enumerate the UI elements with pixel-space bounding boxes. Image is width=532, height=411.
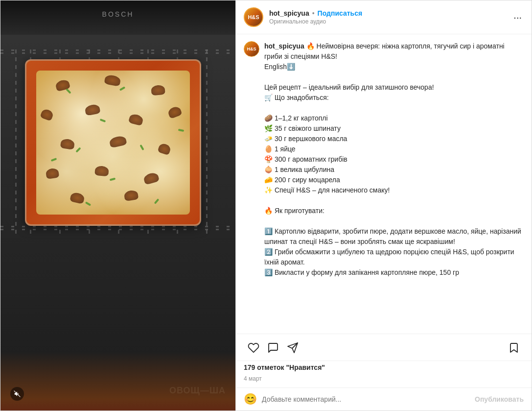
caption-row: H&S hot_spicyua🔥 Неймовірна вечеря: ніжн…: [244, 41, 524, 278]
share-icon: [287, 342, 299, 354]
caption-area: H&S hot_spicyua🔥 Неймовірна вечеря: ніжн…: [236, 34, 532, 334]
publish-button[interactable]: Опубликовать: [475, 395, 524, 403]
baking-dish: [25, 59, 201, 226]
ingredient-6: 🧅 1 велика цибулина: [264, 166, 334, 173]
caption-text: hot_spicyua🔥 Неймовірна вечеря: ніжна ка…: [264, 41, 524, 278]
comment-icon: [267, 342, 279, 354]
heart-icon: [248, 342, 259, 354]
english-label: English: [264, 63, 287, 71]
mute-icon[interactable]: [10, 387, 24, 401]
oven-glow: [0, 352, 235, 411]
baking-dish-wrapper: [25, 59, 201, 226]
fire-emoji: 🔥: [306, 42, 315, 50]
share-button[interactable]: [283, 339, 302, 357]
image-panel: BOSCH: [0, 0, 235, 411]
comment-input[interactable]: [262, 395, 470, 403]
ingredient-4: 🥚 1 яйце: [264, 145, 296, 153]
ingredient-8: ✨ Спеції H&S – для насиченого смаку!: [264, 186, 390, 194]
step-1: 1️⃣ Картоплю відварити, зробити пюре, до…: [264, 227, 521, 245]
ingredient-3: 🧈 30 г вершкового масла: [264, 135, 347, 143]
ingredients-label: 🛒 Що знадобиться:: [264, 94, 329, 101]
header-top-row: hot_spicyua • Подписаться: [269, 9, 511, 17]
ingredient-2: 🌿 35 г свіжого шпинату: [264, 124, 341, 132]
english-emoji: ⬇️: [287, 63, 295, 71]
bookmark-icon: [508, 342, 520, 354]
post-date: 4 март: [244, 375, 262, 382]
content-panel: H&S hot_spicyua • Подписаться Оригинальн…: [235, 0, 532, 411]
steps-label: 🔥 Як приготувати:: [264, 207, 324, 215]
ingredient-1: 🥔 1–1,2 кг картоплі: [264, 114, 328, 122]
comment-button[interactable]: [263, 339, 283, 357]
follow-button[interactable]: Подписаться: [318, 9, 363, 17]
header-username[interactable]: hot_spicyua: [269, 9, 309, 17]
actions-row: [236, 334, 532, 361]
bookmark-button[interactable]: [504, 339, 524, 357]
header-info: hot_spicyua • Подписаться Оригинальное а…: [269, 9, 511, 25]
brand-text: BOSCH: [102, 10, 134, 18]
caption-avatar[interactable]: H&S: [244, 41, 259, 57]
comment-input-row: 😊 Опубликовать: [236, 387, 532, 411]
step-2: 2️⃣ Гриби обсмажити з цибулею та щедрою …: [264, 248, 514, 266]
oven-top: BOSCH: [0, 0, 235, 35]
header-avatar[interactable]: H&S: [244, 7, 263, 27]
likes-count: 179 отметок "Нравится": [244, 363, 325, 371]
caption-username[interactable]: hot_spicyua: [264, 42, 304, 50]
ingredient-5: 🍄 300 г ароматних грибів: [264, 155, 347, 163]
step-3: 3️⃣ Викласти у форму для запікання карто…: [264, 268, 459, 276]
recipe-intro: Цей рецепт – ідеальний вибір для затишно…: [264, 83, 434, 91]
post-container: BOSCH: [0, 0, 532, 411]
dot-separator: •: [312, 9, 315, 17]
date-row: 4 март: [236, 373, 532, 387]
ingredient-7: 🧀 200 г сиру моцарела: [264, 176, 340, 184]
post-header: H&S hot_spicyua • Подписаться Оригинальн…: [236, 0, 532, 34]
oven-background: BOSCH: [0, 0, 235, 411]
more-options-button[interactable]: ···: [511, 10, 524, 25]
emoji-button[interactable]: 😊: [244, 393, 257, 406]
like-button[interactable]: [244, 339, 263, 357]
likes-row: 179 отметок "Нравится": [236, 361, 532, 373]
audio-label: Оригинальное аудио: [269, 18, 511, 25]
